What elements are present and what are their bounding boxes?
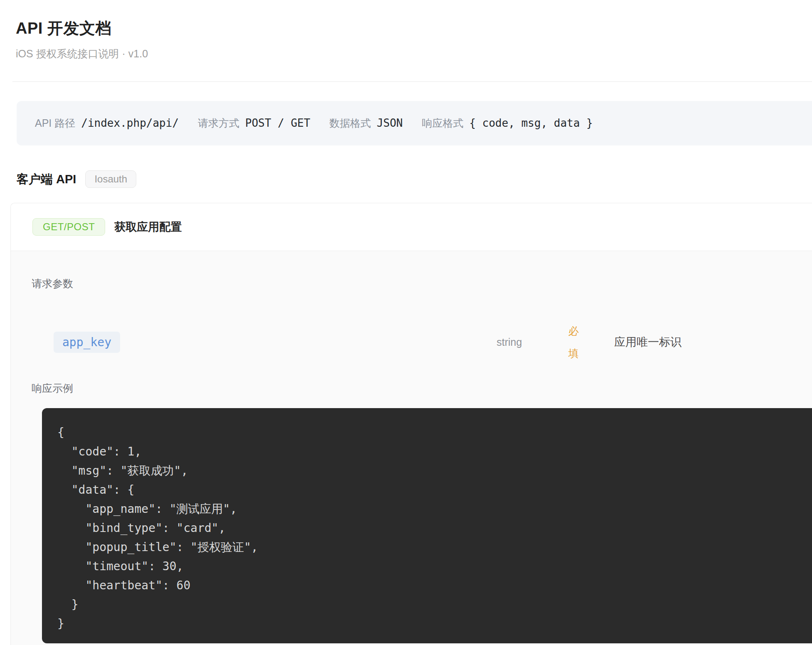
page-title: API 开发文档 [16, 19, 812, 37]
request-params-label: 请求参数 [32, 277, 812, 290]
meta-label: 请求方式 [198, 116, 239, 130]
endpoint-card-header: GET/POST 获取应用配置 [11, 203, 812, 251]
meta-label: API 路径 [35, 116, 75, 130]
endpoint-title: 获取应用配置 [114, 219, 182, 234]
page-subtitle: iOS 授权系统接口说明 · v1.0 [16, 47, 812, 60]
param-name-chip: app_key [54, 332, 120, 353]
meta-value-data-format: JSON [377, 117, 403, 129]
param-row: app_key string 必填 应用唯一标识 [32, 320, 812, 364]
meta-item-response-format: 响应格式 { code, msg, data } [422, 116, 593, 130]
param-name-cell: app_key [54, 332, 497, 353]
meta-item-api-path: API 路径 /index.php/api/ [35, 116, 179, 130]
page-header: API 开发文档 iOS 授权系统接口说明 · v1.0 [0, 0, 812, 60]
section-tag-badge: Iosauth [85, 170, 136, 188]
endpoint-card-body: 请求参数 app_key string 必填 应用唯一标识 响应示例 { "co… [11, 251, 812, 645]
response-json-code-block: { "code": 1, "msg": "获取成功", "data": { "a… [42, 408, 812, 643]
meta-value-response-format: { code, msg, data } [469, 117, 593, 129]
header-divider [12, 81, 812, 82]
meta-label: 响应格式 [422, 116, 463, 130]
api-meta-bar: API 路径 /index.php/api/ 请求方式 POST / GET 数… [17, 101, 812, 145]
section-title: 客户端 API [17, 170, 76, 188]
http-method-badge: GET/POST [32, 218, 105, 236]
meta-label: 数据格式 [330, 116, 371, 130]
meta-value-api-path: /index.php/api/ [81, 117, 179, 129]
param-type: string [497, 336, 566, 348]
meta-item-data-format: 数据格式 JSON [330, 116, 403, 130]
response-example-label: 响应示例 [32, 382, 812, 394]
meta-item-request-method: 请求方式 POST / GET [198, 116, 310, 130]
client-api-section-heading: 客户端 API Iosauth [17, 170, 812, 188]
endpoint-card: GET/POST 获取应用配置 请求参数 app_key string 必填 应… [10, 203, 812, 645]
param-required-badge: 必填 [566, 320, 581, 364]
param-description: 应用唯一标识 [614, 335, 812, 350]
meta-value-request-method: POST / GET [245, 117, 310, 129]
